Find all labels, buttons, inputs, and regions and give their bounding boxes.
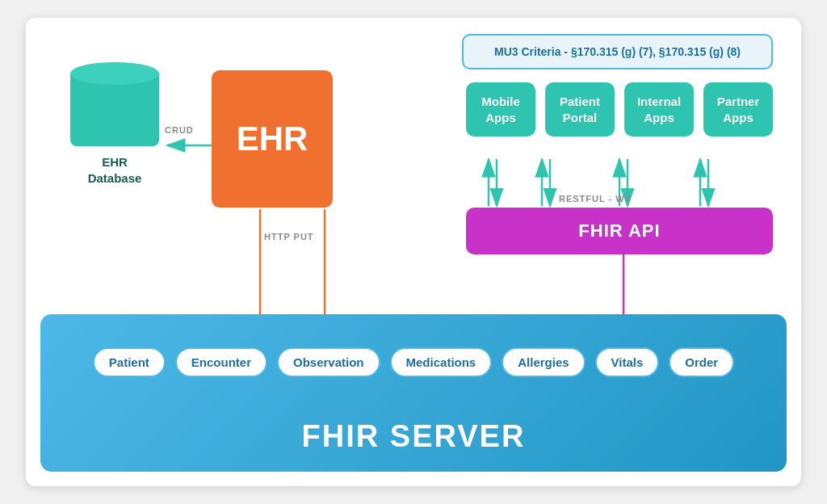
partner-apps-box: PartnerApps (703, 82, 773, 136)
resources-row: Patient Encounter Observation Medication… (74, 347, 753, 377)
resource-medications: Medications (390, 347, 493, 377)
mu3-label: MU3 Criteria - §170.315 (g) (7), §170.31… (494, 45, 741, 58)
restful-label: RESTFUL - WS (559, 194, 632, 204)
resource-observation: Observation (277, 347, 380, 377)
ehr-box: EHR (212, 70, 333, 208)
mobile-apps-label: MobileApps (481, 94, 520, 124)
resource-vitals: Vitals (595, 347, 660, 377)
apps-row: MobileApps PatientPortal InternalApps Pa… (466, 82, 773, 136)
internal-apps-label: InternalApps (637, 94, 681, 124)
mobile-apps-box: MobileApps (466, 82, 535, 136)
crud-label: CRUD (165, 125, 194, 135)
partner-apps-label: PartnerApps (717, 94, 760, 124)
fhir-server-box: FHIR SERVER (40, 314, 787, 472)
resource-encounter: Encounter (175, 347, 267, 377)
ehr-database: EHR Database (70, 62, 159, 186)
resource-allergies: Allergies (502, 347, 585, 377)
mu3-criteria-box: MU3 Criteria - §170.315 (g) (7), §170.31… (462, 34, 773, 69)
internal-apps-box: InternalApps (624, 82, 694, 136)
fhir-api-label: FHIR API (578, 220, 660, 242)
ehr-database-label: EHR Database (70, 154, 159, 186)
fhir-server-label: FHIR SERVER (302, 419, 526, 454)
patient-portal-box: PatientPortal (545, 82, 615, 136)
ehr-label: EHR (237, 120, 309, 158)
patient-portal-label: PatientPortal (560, 94, 600, 124)
http-put-label: HTTP PUT (264, 232, 314, 242)
resource-patient: Patient (93, 347, 166, 377)
diagram-container: EHR Database CRUD EHR HTTP PUT MU3 Crite… (26, 18, 801, 486)
fhir-api-box: FHIR API (466, 208, 773, 254)
resource-order: Order (669, 347, 734, 377)
